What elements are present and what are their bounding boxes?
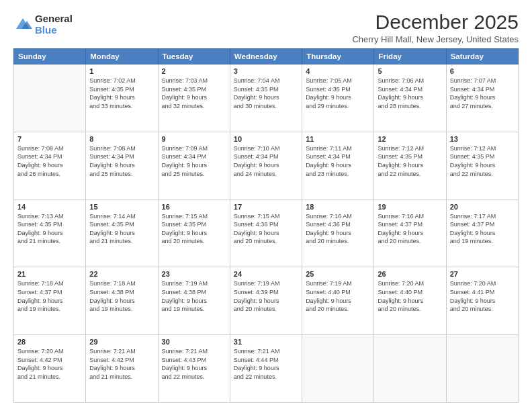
day-number: 3 bbox=[234, 67, 298, 75]
calendar-cell: 19Sunrise: 7:16 AM Sunset: 4:37 PM Dayli… bbox=[374, 199, 446, 267]
calendar-cell: 21Sunrise: 7:18 AM Sunset: 4:37 PM Dayli… bbox=[14, 267, 86, 335]
day-info: Sunrise: 7:16 AM Sunset: 4:36 PM Dayligh… bbox=[306, 212, 370, 246]
day-number: 5 bbox=[378, 67, 442, 75]
day-info: Sunrise: 7:12 AM Sunset: 4:35 PM Dayligh… bbox=[450, 144, 515, 178]
header: General Blue December 2025 Cherry Hill M… bbox=[13, 11, 519, 44]
calendar-cell: 1Sunrise: 7:02 AM Sunset: 4:35 PM Daylig… bbox=[86, 64, 158, 132]
calendar-cell: 5Sunrise: 7:06 AM Sunset: 4:34 PM Daylig… bbox=[374, 64, 446, 132]
logo-general: General bbox=[35, 13, 73, 25]
day-number: 17 bbox=[234, 203, 298, 211]
calendar-cell: 24Sunrise: 7:19 AM Sunset: 4:39 PM Dayli… bbox=[230, 267, 302, 335]
calendar-week-row: 21Sunrise: 7:18 AM Sunset: 4:37 PM Dayli… bbox=[14, 267, 519, 335]
page: General Blue December 2025 Cherry Hill M… bbox=[0, 0, 532, 411]
day-info: Sunrise: 7:21 AM Sunset: 4:44 PM Dayligh… bbox=[234, 347, 298, 381]
calendar-cell: 22Sunrise: 7:18 AM Sunset: 4:38 PM Dayli… bbox=[86, 267, 158, 335]
day-info: Sunrise: 7:18 AM Sunset: 4:38 PM Dayligh… bbox=[89, 279, 154, 313]
day-number: 16 bbox=[162, 203, 226, 211]
day-info: Sunrise: 7:14 AM Sunset: 4:35 PM Dayligh… bbox=[89, 212, 154, 246]
day-number: 11 bbox=[306, 135, 370, 143]
day-info: Sunrise: 7:08 AM Sunset: 4:34 PM Dayligh… bbox=[89, 144, 154, 178]
day-info: Sunrise: 7:15 AM Sunset: 4:35 PM Dayligh… bbox=[162, 212, 226, 246]
day-number: 2 bbox=[162, 67, 226, 75]
day-info: Sunrise: 7:02 AM Sunset: 4:35 PM Dayligh… bbox=[89, 77, 154, 110]
day-info: Sunrise: 7:04 AM Sunset: 4:35 PM Dayligh… bbox=[234, 77, 298, 110]
calendar-cell: 30Sunrise: 7:21 AM Sunset: 4:43 PM Dayli… bbox=[158, 335, 230, 403]
calendar-cell bbox=[302, 335, 374, 403]
day-info: Sunrise: 7:17 AM Sunset: 4:37 PM Dayligh… bbox=[450, 212, 515, 246]
day-number: 12 bbox=[378, 135, 442, 143]
calendar-cell: 4Sunrise: 7:05 AM Sunset: 4:35 PM Daylig… bbox=[302, 64, 374, 132]
day-number: 25 bbox=[306, 270, 370, 278]
day-info: Sunrise: 7:03 AM Sunset: 4:35 PM Dayligh… bbox=[162, 77, 226, 110]
col-header-monday: Monday bbox=[86, 49, 158, 64]
day-info: Sunrise: 7:19 AM Sunset: 4:38 PM Dayligh… bbox=[162, 279, 226, 313]
calendar-cell: 7Sunrise: 7:08 AM Sunset: 4:34 PM Daylig… bbox=[14, 132, 86, 199]
logo-text: General Blue bbox=[35, 13, 73, 36]
calendar-week-row: 7Sunrise: 7:08 AM Sunset: 4:34 PM Daylig… bbox=[14, 132, 519, 199]
col-header-saturday: Saturday bbox=[446, 49, 518, 64]
day-number: 23 bbox=[162, 270, 226, 278]
calendar-cell: 8Sunrise: 7:08 AM Sunset: 4:34 PM Daylig… bbox=[86, 132, 158, 199]
calendar-cell: 18Sunrise: 7:16 AM Sunset: 4:36 PM Dayli… bbox=[302, 199, 374, 267]
calendar-cell: 28Sunrise: 7:20 AM Sunset: 4:42 PM Dayli… bbox=[14, 335, 86, 403]
day-number: 4 bbox=[306, 67, 370, 75]
day-info: Sunrise: 7:09 AM Sunset: 4:34 PM Dayligh… bbox=[162, 144, 226, 178]
calendar-week-row: 14Sunrise: 7:13 AM Sunset: 4:35 PM Dayli… bbox=[14, 199, 519, 267]
logo-blue-text: Blue bbox=[35, 25, 73, 36]
day-info: Sunrise: 7:19 AM Sunset: 4:40 PM Dayligh… bbox=[306, 279, 370, 313]
day-info: Sunrise: 7:21 AM Sunset: 4:42 PM Dayligh… bbox=[89, 347, 154, 381]
calendar-cell: 16Sunrise: 7:15 AM Sunset: 4:35 PM Dayli… bbox=[158, 199, 230, 267]
day-number: 28 bbox=[17, 338, 82, 346]
day-number: 8 bbox=[89, 135, 154, 143]
calendar-cell: 15Sunrise: 7:14 AM Sunset: 4:35 PM Dayli… bbox=[86, 199, 158, 267]
day-number: 9 bbox=[162, 135, 226, 143]
calendar-cell: 9Sunrise: 7:09 AM Sunset: 4:34 PM Daylig… bbox=[158, 132, 230, 199]
calendar-cell: 10Sunrise: 7:10 AM Sunset: 4:34 PM Dayli… bbox=[230, 132, 302, 199]
location: Cherry Hill Mall, New Jersey, United Sta… bbox=[352, 34, 519, 44]
day-number: 13 bbox=[450, 135, 515, 143]
day-number: 1 bbox=[89, 67, 154, 75]
day-info: Sunrise: 7:12 AM Sunset: 4:35 PM Dayligh… bbox=[378, 144, 442, 178]
day-info: Sunrise: 7:19 AM Sunset: 4:39 PM Dayligh… bbox=[234, 279, 298, 313]
calendar-cell: 27Sunrise: 7:20 AM Sunset: 4:41 PM Dayli… bbox=[446, 267, 518, 335]
day-info: Sunrise: 7:11 AM Sunset: 4:34 PM Dayligh… bbox=[306, 144, 370, 178]
day-number: 27 bbox=[450, 270, 515, 278]
col-header-thursday: Thursday bbox=[302, 49, 374, 64]
day-info: Sunrise: 7:06 AM Sunset: 4:34 PM Dayligh… bbox=[378, 77, 442, 110]
day-info: Sunrise: 7:20 AM Sunset: 4:40 PM Dayligh… bbox=[378, 279, 442, 313]
day-number: 29 bbox=[89, 338, 154, 346]
day-number: 30 bbox=[162, 338, 226, 346]
day-info: Sunrise: 7:15 AM Sunset: 4:36 PM Dayligh… bbox=[234, 212, 298, 246]
day-info: Sunrise: 7:20 AM Sunset: 4:42 PM Dayligh… bbox=[17, 347, 82, 381]
col-header-sunday: Sunday bbox=[14, 49, 86, 64]
day-number: 10 bbox=[234, 135, 298, 143]
day-number: 24 bbox=[234, 270, 298, 278]
calendar-week-row: 28Sunrise: 7:20 AM Sunset: 4:42 PM Dayli… bbox=[14, 335, 519, 403]
title-section: December 2025 Cherry Hill Mall, New Jers… bbox=[352, 11, 519, 44]
month-title: December 2025 bbox=[352, 11, 519, 33]
day-info: Sunrise: 7:13 AM Sunset: 4:35 PM Dayligh… bbox=[17, 212, 82, 246]
day-info: Sunrise: 7:18 AM Sunset: 4:37 PM Dayligh… bbox=[17, 279, 82, 313]
day-number: 21 bbox=[17, 270, 82, 278]
calendar-cell: 12Sunrise: 7:12 AM Sunset: 4:35 PM Dayli… bbox=[374, 132, 446, 199]
day-info: Sunrise: 7:07 AM Sunset: 4:34 PM Dayligh… bbox=[450, 77, 515, 110]
calendar-cell: 25Sunrise: 7:19 AM Sunset: 4:40 PM Dayli… bbox=[302, 267, 374, 335]
col-header-wednesday: Wednesday bbox=[230, 49, 302, 64]
day-info: Sunrise: 7:16 AM Sunset: 4:37 PM Dayligh… bbox=[378, 212, 442, 246]
calendar-cell: 26Sunrise: 7:20 AM Sunset: 4:40 PM Dayli… bbox=[374, 267, 446, 335]
calendar-cell: 11Sunrise: 7:11 AM Sunset: 4:34 PM Dayli… bbox=[302, 132, 374, 199]
calendar-week-row: 1Sunrise: 7:02 AM Sunset: 4:35 PM Daylig… bbox=[14, 64, 519, 132]
col-header-tuesday: Tuesday bbox=[158, 49, 230, 64]
calendar-cell: 29Sunrise: 7:21 AM Sunset: 4:42 PM Dayli… bbox=[86, 335, 158, 403]
calendar-cell bbox=[14, 64, 86, 132]
day-info: Sunrise: 7:08 AM Sunset: 4:34 PM Dayligh… bbox=[17, 144, 82, 178]
calendar-cell: 2Sunrise: 7:03 AM Sunset: 4:35 PM Daylig… bbox=[158, 64, 230, 132]
calendar-cell: 3Sunrise: 7:04 AM Sunset: 4:35 PM Daylig… bbox=[230, 64, 302, 132]
day-number: 15 bbox=[89, 203, 154, 211]
day-number: 6 bbox=[450, 67, 515, 75]
calendar-cell: 17Sunrise: 7:15 AM Sunset: 4:36 PM Dayli… bbox=[230, 199, 302, 267]
day-number: 18 bbox=[306, 203, 370, 211]
calendar-cell bbox=[374, 335, 446, 403]
day-number: 7 bbox=[17, 135, 82, 143]
calendar-cell: 14Sunrise: 7:13 AM Sunset: 4:35 PM Dayli… bbox=[14, 199, 86, 267]
